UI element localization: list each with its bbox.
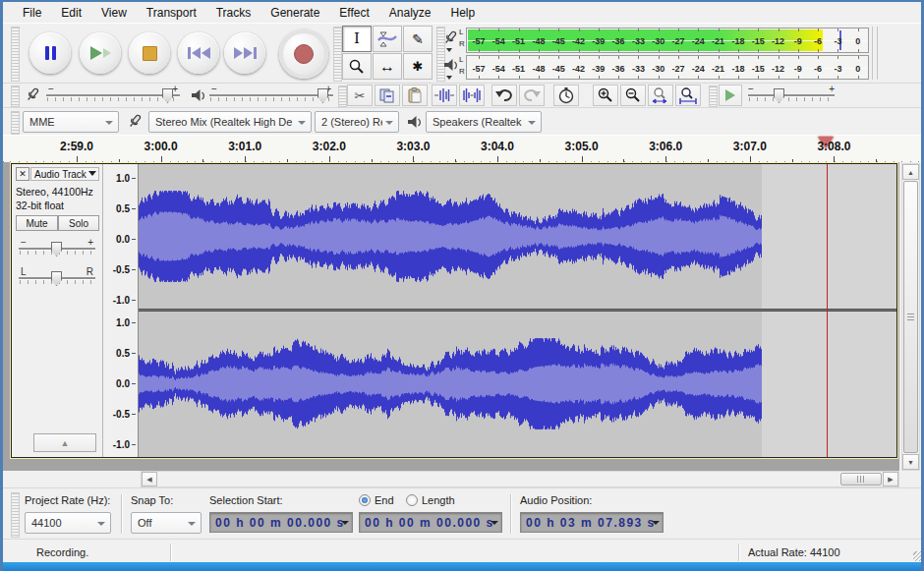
pause-button[interactable]: [29, 32, 71, 74]
close-track-button[interactable]: ✕: [16, 167, 29, 181]
gain-slider[interactable]: − +: [19, 241, 95, 258]
project-rate-select[interactable]: 44100: [25, 512, 111, 534]
recording-volume-slider[interactable]: − +: [46, 87, 180, 105]
recording-meter[interactable]: -57-54-51-48-45-42-39-36-33-30-27-24-21-…: [466, 28, 869, 53]
meter-tick: [638, 76, 639, 79]
scroll-right-button[interactable]: ▶: [883, 472, 898, 486]
scroll-left-button[interactable]: ◀: [142, 472, 157, 486]
pan-slider[interactable]: L R: [19, 270, 95, 288]
silence-audio-button[interactable]: [459, 85, 485, 106]
menu-item-effect[interactable]: Effect: [329, 4, 378, 22]
selection-toolbar-grabber[interactable]: [11, 492, 20, 538]
zoom-in-button[interactable]: [593, 85, 618, 106]
close-icon: ✕: [19, 169, 27, 179]
scroll-up-button[interactable]: ▲: [902, 164, 919, 180]
menu-item-transport[interactable]: Transport: [137, 4, 206, 22]
recording-meter-left-label: L: [459, 29, 463, 36]
track-title-menu[interactable]: Audio Track: [30, 167, 99, 181]
scroll-down-button[interactable]: ▼: [902, 454, 919, 470]
recording-channels-select[interactable]: 2 (Stereo) Recor: [315, 111, 399, 133]
paste-button[interactable]: [402, 85, 428, 106]
trim-audio-button[interactable]: [432, 85, 457, 106]
record-button[interactable]: [279, 29, 328, 79]
play-button[interactable]: [80, 32, 121, 74]
playback-meter-dropdown-icon[interactable]: [446, 76, 452, 80]
audio-host-select[interactable]: MME: [23, 111, 119, 133]
snap-to-select[interactable]: Off: [131, 512, 202, 534]
menu-item-file[interactable]: File: [13, 4, 51, 22]
recording-device-select[interactable]: Stereo Mix (Realtek High De: [148, 111, 312, 133]
length-radio[interactable]: [406, 494, 418, 506]
playback-meter[interactable]: -57-54-51-48-45-42-39-36-33-30-27-24-21-…: [466, 55, 869, 80]
transport-toolbar-grabber[interactable]: [11, 27, 20, 82]
menu-item-edit[interactable]: Edit: [51, 4, 91, 22]
chevron-down-icon: [105, 121, 113, 125]
toolbar-resize-edge[interactable]: [872, 27, 878, 80]
menu-item-generate[interactable]: Generate: [260, 4, 329, 22]
recording-meter-mic-icon[interactable]: [442, 29, 459, 47]
menu-item-view[interactable]: View: [91, 4, 137, 22]
mute-button[interactable]: Mute: [16, 215, 58, 231]
solo-button[interactable]: Solo: [58, 215, 99, 231]
menu-item-help[interactable]: Help: [441, 4, 486, 22]
amp-scale-1.0: 1.0: [116, 317, 130, 328]
menu-item-tracks[interactable]: Tracks: [206, 4, 261, 22]
undo-button[interactable]: [491, 85, 517, 106]
envelope-tool-button[interactable]: [373, 26, 402, 52]
amp-scale-0.5: 0.5: [116, 348, 130, 359]
play-at-speed-button[interactable]: [719, 85, 742, 106]
vertical-scrollbar-thumb[interactable]: [903, 181, 918, 453]
selection-tool-button[interactable]: I: [342, 26, 372, 52]
meter-tick: [738, 29, 739, 31]
end-radio-label[interactable]: End: [375, 494, 394, 506]
sync-lock-button[interactable]: [553, 85, 579, 106]
stop-button[interactable]: [129, 32, 170, 74]
selection-end-field[interactable]: 00 h 00 m 00.000 s: [359, 512, 502, 533]
meter-scale--42: -42: [572, 64, 585, 74]
horizontal-scrollbar[interactable]: ◀ ▶: [141, 471, 899, 487]
menu-item-analyze[interactable]: Analyze: [379, 4, 441, 22]
arrows-lr-icon: ↔: [379, 59, 395, 75]
fit-project-button[interactable]: [675, 85, 701, 106]
meter-tick: [498, 76, 499, 79]
cut-button[interactable]: ✂: [347, 85, 373, 106]
audio-position-field[interactable]: 00 h 03 m 07.893 s: [520, 512, 664, 533]
meter-tick: [678, 49, 679, 52]
waveform-area[interactable]: [139, 164, 896, 457]
vertical-scrollbar[interactable]: ▲ ▼: [901, 163, 920, 471]
tools-toolbar-grabber[interactable]: [333, 27, 342, 82]
window-bottom-border: [3, 562, 921, 571]
horizontal-scrollbar-thumb[interactable]: [840, 473, 882, 485]
playback-speed-slider[interactable]: − +: [748, 87, 835, 105]
selection-start-field[interactable]: 00 h 00 m 00.000 s: [209, 512, 353, 533]
mixer-toolbar-grabber[interactable]: [11, 86, 20, 107]
resize-grip[interactable]: [913, 551, 923, 561]
transcription-toolbar-grabber[interactable]: [709, 86, 718, 107]
zoom-out-button[interactable]: [620, 85, 646, 106]
timeline-ruler[interactable]: 2:59.03:00.03:01.03:02.03:03.03:04.03:05…: [3, 135, 924, 164]
skip-to-end-button[interactable]: [224, 32, 265, 74]
skip-to-start-button[interactable]: [178, 32, 219, 74]
project-rate-label: Project Rate (Hz):: [25, 494, 110, 506]
playback-volume-slider[interactable]: − +: [209, 87, 333, 105]
copy-button[interactable]: [375, 85, 400, 106]
meter-tick: [698, 56, 699, 59]
playback-meter-speaker-icon[interactable]: [442, 57, 459, 74]
redo-button[interactable]: [519, 85, 545, 106]
timeshift-tool-button[interactable]: ↔: [373, 53, 402, 80]
end-radio[interactable]: [359, 494, 371, 506]
zoom-tool-button[interactable]: [342, 53, 372, 80]
collapse-track-button[interactable]: ▲: [33, 433, 96, 452]
fit-selection-button[interactable]: [648, 85, 673, 106]
recording-meter-dropdown-icon[interactable]: [446, 48, 452, 52]
meter-tick: [719, 49, 720, 52]
multi-tool-button[interactable]: ✱: [403, 53, 433, 80]
draw-tool-button[interactable]: ✎: [403, 26, 433, 52]
device-toolbar-grabber[interactable]: [11, 111, 20, 135]
playback-device-select[interactable]: Speakers (Realtek High Defi: [426, 111, 542, 133]
length-radio-label[interactable]: Length: [422, 494, 455, 506]
channel-divider[interactable]: [139, 309, 896, 312]
meter-tick: [719, 56, 720, 59]
vertical-scale-ruler[interactable]: 1.00.50.0-0.5-1.01.00.50.0-0.5-1.0: [103, 164, 139, 457]
edit-toolbar-grabber[interactable]: [338, 86, 347, 107]
